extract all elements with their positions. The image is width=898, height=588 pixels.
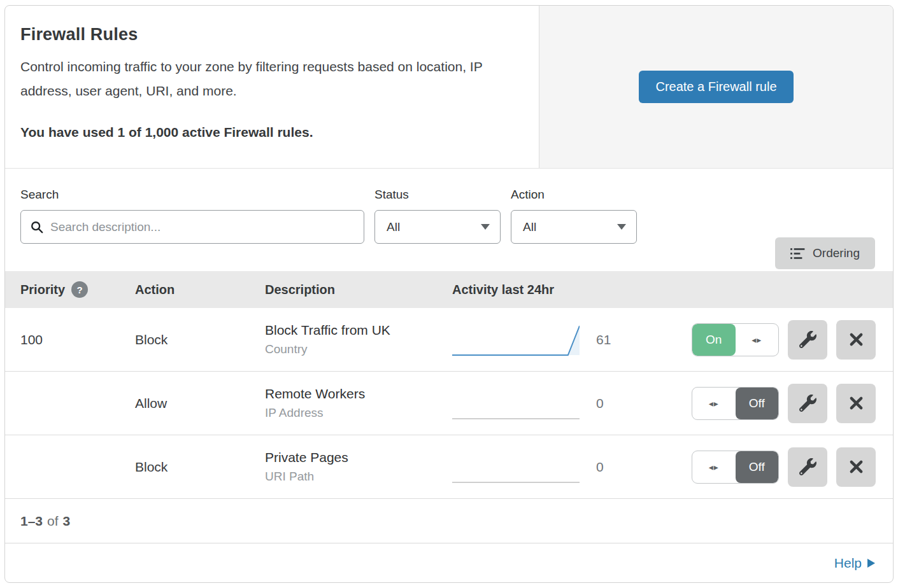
ordering-button-label: Ordering [813, 246, 860, 260]
header-action-area: Create a Firewall rule [539, 6, 893, 168]
delete-rule-button[interactable] [836, 320, 876, 360]
toggle-state-label[interactable]: Off [736, 388, 779, 419]
rule-description: Remote Workers [265, 386, 452, 402]
bottom-bar: Help [5, 543, 893, 583]
help-link-label: Help [834, 556, 862, 571]
usage-note: You have used 1 of 1,000 active Firewall… [20, 125, 513, 140]
pagination-of: of [47, 514, 59, 529]
rule-type: URI Path [265, 470, 452, 484]
close-icon [849, 332, 864, 347]
rule-description: Block Traffic from UK [265, 323, 452, 338]
wrench-icon [799, 458, 816, 475]
table-row: 100 Block Block Traffic from UK Country … [5, 308, 893, 372]
search-input[interactable] [50, 220, 355, 234]
rule-enabled-toggle[interactable]: Off ◂▸ [692, 387, 779, 420]
rule-description-cell: Remote Workers IP Address [265, 386, 452, 420]
toggle-arrows-icon[interactable]: ◂▸ [692, 451, 736, 483]
close-icon [849, 459, 864, 474]
edit-rule-button[interactable] [788, 447, 827, 487]
page-description: Control incoming traffic to your zone by… [20, 55, 511, 103]
rule-action: Allow [135, 396, 265, 411]
activity-sparkline-chart [452, 386, 580, 421]
table-row: Allow Remote Workers IP Address 0 Off ◂▸ [5, 372, 893, 435]
search-icon [30, 220, 44, 234]
pagination-range: 1–3 [20, 514, 43, 529]
rule-priority: 100 [20, 332, 135, 347]
column-description: Description [265, 283, 452, 297]
edit-rule-button[interactable] [788, 384, 827, 423]
activity-count: 0 [596, 396, 604, 411]
rule-description: Private Pages [265, 450, 452, 465]
rule-description-cell: Block Traffic from UK Country [265, 323, 452, 356]
column-activity: Activity last 24hr [452, 283, 681, 297]
activity-count: 61 [596, 332, 611, 347]
search-label: Search [20, 188, 364, 202]
help-question-icon[interactable]: ? [71, 281, 88, 298]
action-select-value: All [523, 220, 536, 234]
rule-description-cell: Private Pages URI Path [265, 450, 452, 484]
rule-activity-cell: 61 [452, 322, 681, 358]
rule-action: Block [135, 332, 265, 347]
column-action: Action [135, 283, 265, 297]
help-link[interactable]: Help [834, 556, 875, 571]
wrench-icon [799, 331, 816, 348]
toggle-arrows-icon[interactable]: ◂▸ [692, 388, 736, 419]
rule-enabled-toggle[interactable]: On ◂▸ [692, 323, 779, 356]
rule-type: IP Address [265, 406, 452, 420]
toggle-state-label[interactable]: Off [736, 451, 779, 483]
delete-rule-button[interactable] [836, 384, 876, 423]
activity-sparkline-chart [452, 322, 580, 358]
rule-action: Block [135, 459, 265, 475]
delete-rule-button[interactable] [836, 447, 876, 487]
header-text-area: Firewall Rules Control incoming traffic … [5, 6, 539, 168]
action-select[interactable]: All [511, 210, 637, 244]
rule-enabled-toggle[interactable]: Off ◂▸ [692, 451, 779, 484]
toggle-state-label[interactable]: On [692, 324, 736, 356]
ordering-button[interactable]: Ordering [775, 237, 875, 269]
firewall-rules-panel: Firewall Rules Control incoming traffic … [4, 5, 894, 583]
column-priority: Priority ? [20, 281, 135, 298]
filter-bar: Search Status All Action All [5, 168, 893, 271]
action-filter-group: Action All [511, 188, 637, 271]
toggle-arrows-icon[interactable]: ◂▸ [736, 324, 779, 356]
search-box[interactable] [20, 210, 364, 244]
status-label: Status [374, 188, 501, 202]
activity-sparkline-chart [452, 449, 580, 485]
create-firewall-rule-button[interactable]: Create a Firewall rule [639, 71, 793, 103]
close-icon [849, 396, 864, 410]
search-filter-group: Search [20, 188, 364, 271]
rule-controls: On ◂▸ [681, 320, 893, 360]
arrow-right-icon [867, 558, 875, 568]
table-row: Block Private Pages URI Path 0 Off ◂▸ [5, 435, 893, 499]
table-header: Priority ? Action Description Activity l… [5, 271, 893, 308]
chevron-down-icon [481, 224, 490, 230]
status-select[interactable]: All [374, 210, 501, 244]
edit-rule-button[interactable] [788, 320, 827, 360]
rule-controls: Off ◂▸ [681, 447, 893, 487]
pagination-bar: 1–3 of 3 [5, 499, 893, 543]
ordered-list-icon [790, 248, 805, 260]
rule-activity-cell: 0 [452, 386, 681, 421]
column-priority-label: Priority [20, 283, 65, 297]
wrench-icon [799, 395, 816, 412]
activity-count: 0 [596, 459, 604, 475]
rule-type: Country [265, 342, 452, 356]
pagination-total: 3 [63, 514, 71, 529]
page-title: Firewall Rules [20, 25, 513, 45]
rule-controls: Off ◂▸ [681, 384, 893, 423]
status-select-value: All [387, 220, 400, 234]
action-label: Action [511, 188, 637, 202]
rule-activity-cell: 0 [452, 449, 681, 485]
header-section: Firewall Rules Control incoming traffic … [5, 6, 893, 168]
status-filter-group: Status All [374, 188, 501, 271]
chevron-down-icon [617, 224, 626, 230]
